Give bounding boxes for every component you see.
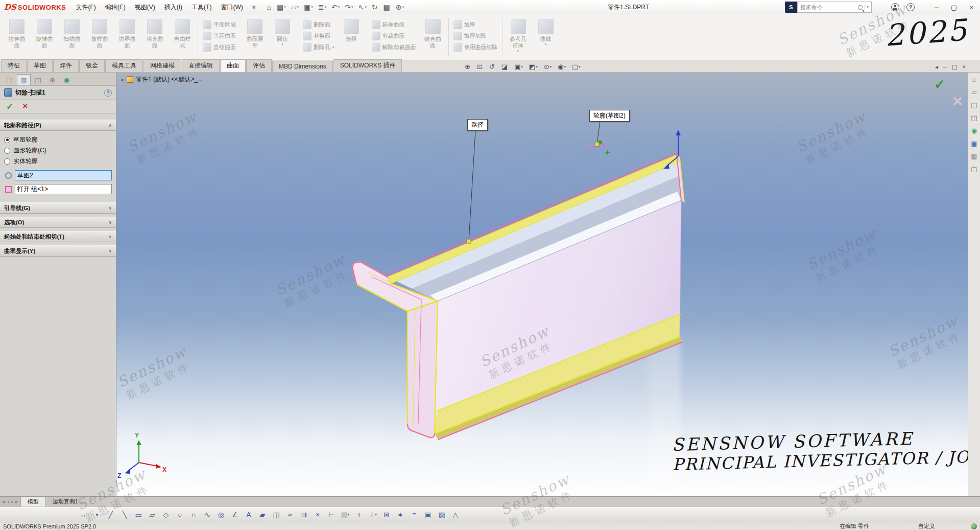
ribbon-button[interactable]: 删除面: [303, 20, 334, 29]
command-tab[interactable]: 曲面: [220, 59, 246, 72]
ribbon-button[interactable]: 放样曲面: [86, 16, 113, 59]
ribbon-button[interactable]: 使用曲面切除: [453, 43, 498, 52]
tab-scroll-prev-icon[interactable]: ‹: [8, 499, 9, 504]
text-icon[interactable]: A: [242, 509, 255, 521]
part-breadcrumb[interactable]: 零件1 (默认) <<默认>_...: [136, 75, 203, 84]
ribbon-button[interactable]: 选择: [338, 16, 365, 59]
instant2d-icon[interactable]: △: [449, 509, 462, 521]
save-icon[interactable]: ▣▾: [301, 1, 316, 13]
edit-appearance-icon[interactable]: ◉▾: [555, 63, 568, 71]
help-icon[interactable]: ?: [906, 3, 915, 11]
search-input[interactable]: 搜索命令 ▾: [797, 2, 872, 13]
command-tab[interactable]: 草图: [27, 59, 53, 72]
forum-icon[interactable]: ▢: [970, 165, 978, 173]
trim-entities-icon[interactable]: ×: [311, 509, 324, 521]
propertymanager-tab-icon[interactable]: ▦: [17, 74, 31, 85]
circle-icon[interactable]: ○: [173, 509, 186, 521]
sketch-picture-icon[interactable]: ▨: [435, 509, 448, 521]
sketch-fillet-icon[interactable]: ∠: [228, 509, 242, 521]
new-document-icon[interactable]: ▤▾: [274, 1, 289, 13]
ribbon-button[interactable]: 圆角 ▾: [269, 16, 296, 59]
resources-icon[interactable]: ▱: [970, 88, 978, 97]
view-orientation-icon[interactable]: ▣▾: [512, 63, 525, 71]
command-tab[interactable]: 特征: [1, 59, 27, 72]
radio-sketch-profile[interactable]: 草图轮廓: [4, 134, 112, 145]
quick-snaps-icon[interactable]: ∗: [394, 509, 407, 521]
linear-pattern-icon[interactable]: ▦▾: [339, 509, 352, 521]
graphics-viewport[interactable]: Y X Z ▸ 零件1 (默认) <<默认>_... 路径 轮廓(草图2) ✓ …: [116, 73, 968, 496]
menu-item[interactable]: 视图(V): [130, 0, 160, 14]
polygon-icon[interactable]: ◇: [159, 509, 173, 521]
command-tab[interactable]: 直接编辑: [182, 59, 220, 72]
tab-scroll-first-icon[interactable]: «: [3, 499, 6, 504]
ribbon-button[interactable]: 扫描曲面: [58, 16, 86, 59]
radio-circular-profile[interactable]: 圆形轮廓(C): [4, 145, 112, 156]
section-view-icon[interactable]: ◪: [499, 63, 511, 71]
undo-icon[interactable]: ↶▾: [329, 1, 342, 13]
flyout-arrow-icon[interactable]: ▸: [122, 77, 124, 82]
ribbon-button[interactable]: 删除孔 ▾: [303, 43, 334, 52]
ribbon-button[interactable]: 曲线 ▾: [532, 16, 560, 59]
redo-icon[interactable]: ↷▾: [342, 1, 355, 13]
minimize-button[interactable]: ─: [928, 0, 945, 14]
menu-item[interactable]: 窗口(W): [216, 0, 247, 14]
radio-solid-profile[interactable]: 实体轮廓: [4, 156, 112, 167]
featuremanager-tab-icon[interactable]: ▤: [3, 74, 16, 85]
path-callout[interactable]: 路径: [467, 119, 488, 131]
tab-scroll-next-icon[interactable]: ›: [11, 499, 13, 504]
ribbon-button[interactable]: 拉伸曲面: [3, 16, 31, 59]
command-tab[interactable]: 焊件: [53, 59, 79, 72]
options-icon[interactable]: ⊛▾: [393, 1, 407, 13]
doc-restore-icon[interactable]: ▢: [952, 63, 958, 71]
ribbon-button[interactable]: 剪裁曲面: [372, 32, 416, 40]
spline-icon[interactable]: ∿: [201, 509, 214, 521]
ellipse-icon[interactable]: ◎: [214, 509, 228, 521]
ribbon-button[interactable]: 边界曲面: [113, 16, 141, 59]
command-tab[interactable]: 模具工具: [105, 59, 143, 72]
open-document-icon[interactable]: ▱▾: [289, 1, 301, 13]
view-settings-icon[interactable]: ▢▾: [569, 63, 583, 71]
dimxpertmanager-tab-icon[interactable]: ⊕: [45, 74, 59, 85]
ribbon-button[interactable]: 等距曲面: [203, 32, 238, 40]
menu-item[interactable]: 编辑(E): [101, 0, 130, 14]
ribbon-button[interactable]: 解除剪裁曲面: [372, 43, 416, 52]
previous-view-icon[interactable]: ↺: [487, 63, 498, 71]
configurationmanager-tab-icon[interactable]: ◫: [31, 74, 45, 85]
custom-properties-icon[interactable]: ▦: [970, 152, 978, 160]
profile-selection-box[interactable]: 草图2: [15, 170, 112, 180]
doc-minimize-icon[interactable]: ─: [943, 63, 947, 71]
search-scope-button[interactable]: S: [785, 2, 797, 13]
collapsed-group-header[interactable]: 选项(O) ∨: [0, 217, 116, 228]
maximize-button[interactable]: ▢: [945, 0, 963, 14]
zoom-area-icon[interactable]: ⊡: [474, 63, 486, 71]
menu-item[interactable]: 工具(T): [187, 0, 216, 14]
menu-item[interactable]: 文件(F): [71, 0, 100, 14]
feature-tree-flyout[interactable]: ▸ 零件1 (默认) <<默认>_...: [122, 75, 203, 84]
model-tab[interactable]: 模型: [21, 497, 46, 506]
mirror-entities-icon[interactable]: ◫: [270, 509, 283, 521]
pm-help-icon[interactable]: ?: [104, 89, 112, 97]
close-button[interactable]: ×: [963, 0, 980, 14]
ribbon-button[interactable]: 延伸曲面: [372, 20, 416, 29]
status-customize-button[interactable]: 自定义: [918, 522, 935, 530]
status-globe-icon[interactable]: [971, 523, 977, 529]
move-entities-icon[interactable]: +: [352, 509, 366, 521]
collapsed-group-header[interactable]: 引导线(G) ∨: [0, 202, 116, 214]
favorites-star-icon[interactable]: ★: [248, 4, 260, 11]
arc-icon[interactable]: ∩: [187, 509, 200, 521]
rebuild-icon[interactable]: ↻: [369, 1, 381, 13]
account-icon[interactable]: [891, 3, 899, 11]
ribbon-button[interactable]: 直纹曲面: [203, 43, 238, 52]
extend-entities-icon[interactable]: ⊢: [325, 509, 338, 521]
ribbon-button[interactable]: 参考几何体 ▾: [505, 16, 532, 59]
slot-icon[interactable]: ▱: [146, 509, 159, 521]
home-tab-icon[interactable]: ⌂: [970, 75, 978, 84]
ribbon-button[interactable]: 曲面展平: [241, 16, 269, 59]
ribbon-button[interactable]: 加厚切除: [453, 32, 498, 40]
convert-entities-icon[interactable]: ⇉: [297, 509, 310, 521]
search-dropdown-icon[interactable]: ▾: [864, 5, 869, 9]
ok-button[interactable]: ✓: [6, 101, 13, 112]
view-palette-icon[interactable]: ▣: [970, 139, 978, 148]
ribbon-button[interactable]: 替换面: [303, 32, 334, 40]
ribbon-button[interactable]: 缝合曲面: [419, 16, 447, 59]
